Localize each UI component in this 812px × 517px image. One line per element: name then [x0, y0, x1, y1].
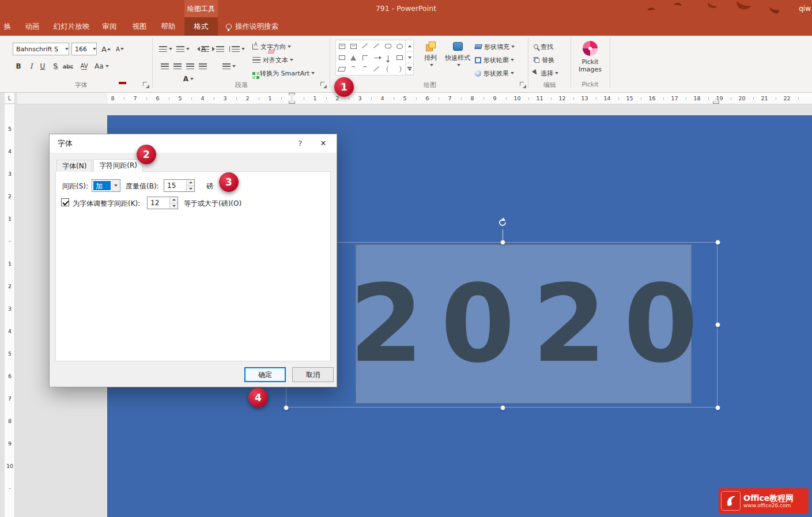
align-left-button[interactable] [159, 60, 171, 73]
numbering-button[interactable] [176, 43, 190, 55]
find-button[interactable]: 查找 [534, 40, 553, 53]
decrease-indent-button[interactable] [197, 43, 209, 55]
align-center-button[interactable] [172, 60, 183, 73]
bold-button[interactable]: B [13, 60, 24, 73]
text-shadow-button[interactable]: S [50, 60, 61, 73]
increase-indent-button[interactable] [212, 43, 224, 55]
shape-arc-cell[interactable] [359, 63, 371, 75]
quick-styles-button[interactable]: 快速样式 [443, 39, 473, 78]
shape-oval-cell[interactable] [394, 40, 405, 52]
shape-brace-right-cell[interactable] [394, 63, 405, 75]
columns-button[interactable] [222, 60, 236, 73]
shape-parallelogram-cell[interactable] [336, 63, 348, 75]
shape-textbox-cell[interactable] [336, 40, 348, 52]
caret-down-icon [120, 48, 124, 50]
spinner-up-button[interactable] [170, 197, 177, 203]
gallery-scroll-up-button[interactable] [406, 40, 413, 52]
font-dialog-launcher[interactable] [143, 82, 149, 88]
justify-button[interactable] [197, 60, 209, 73]
tab-font[interactable]: 字体(N) [56, 160, 92, 172]
replace-button[interactable]: 替换 [534, 54, 554, 66]
font-size-combobox[interactable]: 166 [71, 43, 97, 55]
text-direction-button[interactable]: 文字方向 [252, 40, 291, 53]
shape-fill-icon [474, 44, 482, 49]
tab-review[interactable]: 审阅 [96, 17, 123, 36]
shape-rect2-cell[interactable] [394, 52, 405, 63]
spacing-combobox[interactable]: 加宽 [92, 179, 120, 192]
shape-triangle-cell[interactable] [348, 52, 359, 63]
line-spacing-button[interactable] [229, 43, 245, 55]
shape-fill-button[interactable]: 形状填充 [475, 40, 515, 53]
shape-arrow-right-cell[interactable] [371, 52, 382, 63]
step-annotation-2: 2 [137, 145, 156, 164]
spinner-up-button[interactable] [187, 180, 194, 186]
italic-button[interactable]: I [25, 60, 37, 73]
combo-dropdown-button[interactable] [112, 180, 120, 191]
select-button[interactable]: 选择 [534, 67, 558, 80]
step-annotation-1: 1 [334, 77, 354, 97]
kerning-spinner[interactable]: 12 [147, 197, 178, 209]
align-text-label: 对齐文本 [263, 56, 288, 65]
change-case-button[interactable]: Aa [95, 60, 109, 73]
dialog-close-button[interactable]: ✕ [310, 134, 337, 153]
tab-character-spacing[interactable]: 字符间距(R) [93, 159, 143, 172]
kerning-checkbox[interactable] [61, 198, 69, 206]
shape-elbow-cell[interactable] [359, 52, 371, 63]
tab-animations[interactable]: 动画 [16, 17, 48, 36]
dialog-help-button[interactable]: ? [292, 134, 309, 153]
shape-curve-cell[interactable] [371, 63, 382, 75]
resize-handle-bottom-left[interactable] [284, 405, 289, 410]
ruler-number: 3 [5, 297, 15, 320]
tab-format[interactable]: 格式 [184, 17, 218, 36]
shape-rounded-rect-cell[interactable] [382, 40, 394, 52]
cancel-button[interactable]: 取消 [292, 367, 334, 382]
shape-effects-button[interactable]: 形状效果 [475, 67, 514, 80]
drawing-dialog-launcher[interactable] [520, 82, 526, 88]
shape-brace-left-cell[interactable] [382, 63, 394, 75]
increase-font-size-button[interactable]: A [100, 43, 112, 55]
tab-stop-selector[interactable]: L [5, 93, 15, 104]
shape-rectangle-cell[interactable] [336, 52, 348, 63]
decrease-font-size-button[interactable]: A [114, 43, 126, 55]
shape-line-cell[interactable] [359, 40, 371, 52]
shape-arrow-down-cell[interactable] [382, 52, 394, 63]
convert-to-smartart-button[interactable]: 转换为 SmartArt [252, 67, 315, 80]
line-icon [373, 43, 380, 50]
resize-handle-middle-right[interactable] [715, 322, 720, 327]
gallery-more-button[interactable] [406, 63, 413, 75]
ok-button[interactable]: 确定 [244, 367, 286, 382]
bullets-button[interactable] [159, 43, 172, 55]
tab-help[interactable]: 帮助 [154, 17, 182, 36]
resize-handle-bottom-right[interactable] [715, 405, 720, 410]
account-user-name[interactable]: qiw [799, 0, 811, 17]
resize-handle-top-right[interactable] [715, 240, 720, 245]
ruler-number: 4 [191, 93, 214, 104]
shape-textbox-vertical-cell[interactable] [348, 40, 359, 52]
slide-textbox[interactable]: 2020 [356, 244, 692, 403]
tab-transitions[interactable]: 换 [0, 17, 15, 36]
powerpoint-window: 绘图工具 791 - PowerPoint qiw 换 动画 幻灯片放映 审阅 … [0, 0, 812, 517]
align-text-button[interactable]: 对齐文本 [252, 54, 293, 66]
tell-me-search[interactable]: 操作说明搜索 [226, 17, 301, 36]
paragraph-dialog-launcher[interactable] [320, 82, 327, 88]
font-name-combobox[interactable]: Bahnschrift S [13, 43, 69, 55]
resize-handle-top-center[interactable] [500, 240, 505, 245]
tab-slideshow[interactable]: 幻灯片放映 [50, 17, 93, 36]
spinner-down-button[interactable] [170, 203, 177, 209]
character-spacing-button[interactable]: AV [78, 60, 90, 73]
pickit-images-button[interactable]: Pickit Images [576, 39, 605, 78]
shape-outline-button[interactable]: 形状轮廓 [475, 54, 514, 66]
measure-spinner[interactable]: 15 [164, 179, 195, 192]
spinner-down-button[interactable] [187, 186, 194, 192]
underline-button[interactable]: U [37, 60, 48, 73]
align-right-button[interactable] [184, 60, 196, 73]
resize-handle-bottom-center[interactable] [500, 405, 505, 410]
arrange-button[interactable]: 排列 [418, 39, 443, 78]
tab-view[interactable]: 视图 [126, 17, 153, 36]
shape-freeform-cell[interactable] [348, 63, 359, 75]
gallery-scroll-down-button[interactable] [406, 52, 413, 63]
align-center-icon [173, 63, 182, 69]
shape-line2-cell[interactable] [371, 40, 382, 52]
contextual-tab-drawing-tools[interactable]: 绘图工具 [184, 0, 218, 17]
strikethrough-button[interactable]: abc [62, 60, 74, 73]
